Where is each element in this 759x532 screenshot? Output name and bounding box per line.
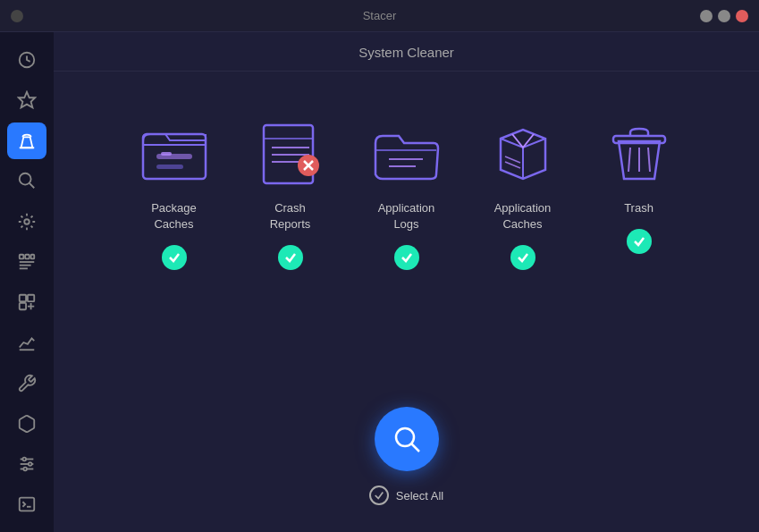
scan-button[interactable] [375,407,439,471]
select-all-label: Select All [396,489,443,502]
page-header: System Cleaner [54,32,759,72]
search-icon [17,171,37,190]
sidebar-item-resources[interactable] [7,325,46,361]
crash-reports-label: CrashReports [270,200,311,232]
content-area: System Cleaner [54,32,759,532]
dashboard-icon [17,50,37,70]
sidebar-item-apt[interactable] [7,405,46,442]
svg-rect-39 [613,136,665,143]
cleaner-icon [17,131,37,150]
cleaner-item-application-caches[interactable]: ApplicationCaches [483,116,563,270]
svg-rect-13 [20,303,26,309]
sidebar [0,32,54,532]
application-caches-label: ApplicationCaches [494,200,552,232]
svg-point-2 [20,173,31,185]
package-caches-check[interactable] [162,245,187,270]
maximize-button[interactable] [718,10,730,22]
application-logs-check[interactable] [394,245,419,270]
svg-point-20 [23,468,27,471]
svg-point-19 [29,462,32,466]
cleaner-item-application-logs[interactable]: ApplicationLogs [367,116,447,270]
startup-icon [17,90,37,110]
package-caches-label: PackageCaches [151,200,197,232]
processes-icon [17,252,37,272]
apt-icon [17,414,37,434]
svg-line-40 [628,148,630,172]
package-caches-icon [134,116,215,188]
traffic-light-icon [11,10,23,22]
svg-rect-26 [161,152,172,156]
sidebar-item-services[interactable] [7,203,46,240]
trash-label: Trash [624,200,654,216]
svg-line-42 [648,148,650,172]
trash-icon [599,116,679,188]
sidebar-item-terminal[interactable] [7,486,46,523]
sidebar-item-settings[interactable] [7,446,46,483]
crash-reports-icon [250,116,331,188]
sidebar-item-uninstaller[interactable] [7,284,46,321]
svg-point-18 [22,458,26,461]
minimize-button[interactable] [700,10,713,22]
svg-line-44 [411,443,419,452]
window-controls [700,10,748,22]
page-title: System Cleaner [358,45,454,60]
sidebar-item-dashboard[interactable] [7,41,46,78]
cleaner-item-trash[interactable]: Trash [599,116,679,254]
application-logs-label: ApplicationLogs [378,200,435,232]
svg-line-37 [505,156,520,163]
sidebar-item-processes[interactable] [7,243,46,280]
app-title: Stacer [363,9,397,22]
resources-icon [17,333,37,352]
svg-rect-7 [31,255,35,259]
uninstaller-icon [17,292,37,312]
close-button[interactable] [736,10,748,22]
svg-rect-12 [28,295,34,301]
trash-check[interactable] [627,229,652,254]
services-icon [17,212,37,232]
sidebar-item-startup[interactable] [7,81,46,118]
main-layout: System Cleaner [0,32,759,532]
svg-line-38 [505,162,520,168]
action-area: Select All [54,398,759,532]
sidebar-item-tools[interactable] [7,365,46,401]
svg-line-3 [30,183,35,189]
application-caches-check[interactable] [510,245,536,270]
svg-rect-11 [20,295,26,301]
terminal-icon [17,494,37,514]
cleaner-item-crash-reports[interactable]: CrashReports [250,116,331,270]
svg-rect-21 [20,498,35,511]
application-logs-icon [367,116,447,188]
crash-reports-check[interactable] [278,245,303,270]
svg-rect-6 [25,255,30,259]
sidebar-item-cleaner[interactable] [7,122,46,159]
cleaner-items-grid: PackageCaches [54,72,759,297]
svg-rect-5 [20,255,24,259]
settings-icon [17,454,37,474]
application-caches-icon [483,116,563,188]
svg-point-4 [24,219,30,224]
select-all-check-icon [369,486,389,505]
titlebar: Stacer [0,0,759,32]
sidebar-item-search[interactable] [7,163,46,199]
cleaner-item-package-caches[interactable]: PackageCaches [134,116,215,270]
select-all-row[interactable]: Select All [369,486,443,505]
tools-icon [17,374,37,393]
svg-rect-25 [156,165,183,169]
